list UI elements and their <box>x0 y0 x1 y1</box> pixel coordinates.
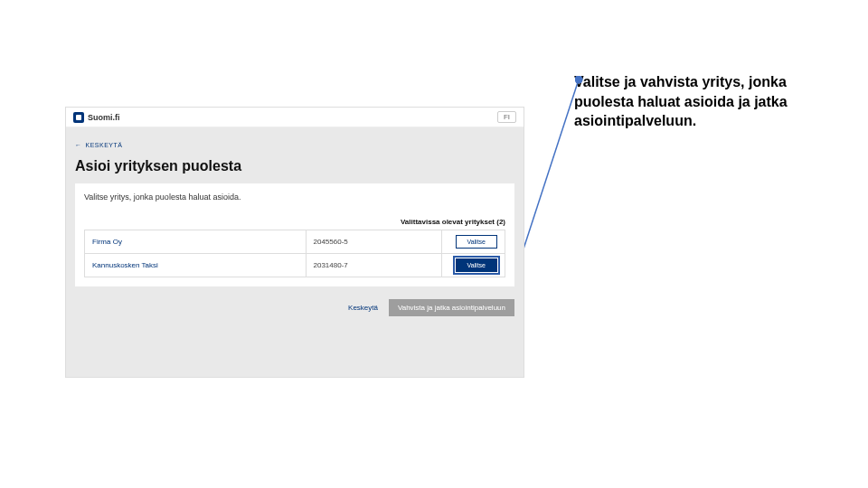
topbar: Suomi.fi FI <box>66 108 524 127</box>
company-table: Firma Oy 2045560-5 Valitse Kannuskosken … <box>84 230 505 277</box>
footer-actions: Keskeytä Vahvista ja jatka asiointipalve… <box>66 286 524 316</box>
language-selector[interactable]: FI <box>497 111 516 123</box>
annotation-text: Valitse ja vahvista yritys, jonka puoles… <box>574 72 836 131</box>
brand-icon <box>73 112 84 123</box>
back-link-label: KESKEYTÄ <box>86 142 123 148</box>
select-button[interactable]: Valitse <box>456 258 498 272</box>
continue-button[interactable]: Vahvista ja jatka asiointipalveluun <box>389 299 514 316</box>
company-count: Valittavissa olevat yritykset (2) <box>84 218 505 226</box>
back-link[interactable]: ← KESKEYTÄ <box>75 142 122 148</box>
page-title: Asioi yrityksen puolesta <box>66 155 524 183</box>
company-id: 2031480-7 <box>306 254 442 277</box>
table-row: Firma Oy 2045560-5 Valitse <box>85 230 505 254</box>
subtitle: Valitse yritys, jonka puolesta haluat as… <box>84 192 505 202</box>
cancel-link[interactable]: Keskeytä <box>348 304 378 312</box>
app-window: Suomi.fi FI ← KESKEYTÄ Asioi yrityksen p… <box>65 107 524 378</box>
arrow-left-icon: ← <box>75 142 82 148</box>
main-panel: Valitse yritys, jonka puolesta haluat as… <box>75 183 514 286</box>
table-row: Kannuskosken Taksi 2031480-7 Valitse <box>85 254 505 277</box>
brand: Suomi.fi <box>73 112 120 123</box>
company-id: 2045560-5 <box>306 230 442 254</box>
brand-text: Suomi.fi <box>88 113 120 122</box>
company-link[interactable]: Kannuskosken Taksi <box>92 261 158 269</box>
company-link[interactable]: Firma Oy <box>92 238 122 246</box>
select-button[interactable]: Valitse <box>456 235 498 249</box>
